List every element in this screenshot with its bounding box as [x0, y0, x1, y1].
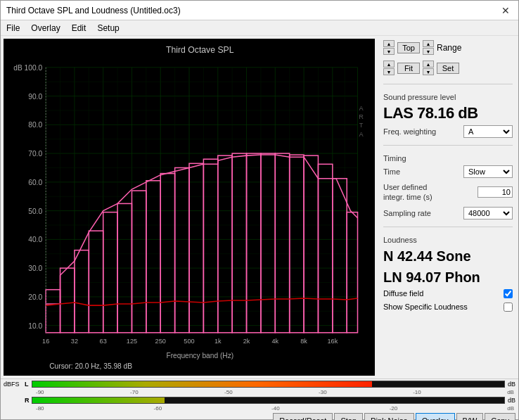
- r-tick-4: dB: [507, 405, 514, 412]
- r-meter-row: R dB: [1, 395, 518, 405]
- close-button[interactable]: ✕: [499, 5, 513, 16]
- freq-weighting-select[interactable]: A B C Z: [463, 125, 513, 138]
- set-down-btn[interactable]: ▼: [423, 68, 434, 75]
- svg-text:30.0: 30.0: [28, 265, 42, 272]
- svg-text:50.0: 50.0: [28, 208, 42, 215]
- bw-button[interactable]: B/W: [456, 413, 484, 420]
- r-meter-fill: [32, 397, 165, 403]
- show-specific-label: Show Specific Loudness: [383, 303, 468, 311]
- set-spinner[interactable]: ▲ ▼: [423, 61, 434, 75]
- freq-weighting-label: Freq. weighting: [383, 127, 436, 136]
- fit-controls: ▲ ▼ Fit ▲ ▼ Set: [383, 61, 513, 75]
- action-buttons-row: Record/Reset Stop Pink Noise Overlay B/W…: [1, 412, 518, 420]
- overlay-button[interactable]: Overlay: [416, 413, 455, 420]
- user-defined-row: User definedintegr. time (s): [383, 182, 513, 203]
- diffuse-field-checkbox[interactable]: [504, 289, 513, 298]
- divider-2: [383, 145, 513, 146]
- pink-noise-button[interactable]: Pink Noise: [364, 413, 414, 420]
- fit-down-btn[interactable]: ▼: [383, 68, 395, 75]
- copy-button[interactable]: Copy: [485, 413, 515, 420]
- svg-text:63: 63: [100, 338, 107, 345]
- top-down-btn[interactable]: ▼: [383, 48, 395, 55]
- menu-bar: File Overlay Edit Setup: [1, 20, 518, 36]
- time-select[interactable]: Slow Fast Impulse: [463, 165, 513, 178]
- l-channel-label: L: [25, 381, 30, 388]
- set-up-btn[interactable]: ▲: [423, 61, 434, 68]
- svg-text:20.0: 20.0: [28, 293, 42, 301]
- top-up-btn[interactable]: ▲: [383, 40, 395, 47]
- r-tick-0: -80: [36, 405, 44, 412]
- spl-section-label: Sound pressure level: [383, 93, 513, 101]
- l-tick-2: -50: [224, 389, 233, 395]
- svg-text:16: 16: [42, 338, 49, 345]
- window-title: Third Octave SPL and Loudness (Untitled.…: [6, 6, 181, 15]
- menu-edit[interactable]: Edit: [69, 23, 89, 34]
- menu-setup[interactable]: Setup: [94, 23, 122, 34]
- freq-weighting-row: Freq. weighting A B C Z: [383, 125, 513, 138]
- r-channel-label: R: [25, 397, 30, 404]
- show-specific-checkbox[interactable]: [504, 303, 513, 312]
- r-tick-1: -60: [154, 405, 162, 412]
- l-meter-track: [32, 381, 505, 388]
- stop-button[interactable]: Stop: [334, 413, 363, 420]
- l-db-label: dB: [508, 381, 515, 388]
- time-label: Time: [383, 167, 400, 176]
- svg-text:T: T: [359, 122, 364, 129]
- record-reset-button[interactable]: Record/Reset: [273, 413, 333, 420]
- svg-text:70.0: 70.0: [28, 150, 42, 158]
- svg-text:dB: dB: [13, 64, 23, 72]
- sampling-rate-select[interactable]: 48000 44100 96000: [463, 207, 513, 219]
- svg-text:125: 125: [127, 338, 137, 345]
- svg-text:A: A: [359, 105, 364, 112]
- menu-overlay[interactable]: Overlay: [28, 23, 63, 34]
- svg-text:90.0: 90.0: [28, 93, 42, 101]
- svg-text:Frequency band (Hz): Frequency band (Hz): [166, 352, 233, 359]
- svg-text:A: A: [359, 131, 364, 138]
- svg-text:4k: 4k: [271, 338, 278, 345]
- timing-label: Timing: [383, 154, 513, 163]
- menu-file[interactable]: File: [4, 23, 23, 34]
- title-bar: Third Octave SPL and Loudness (Untitled.…: [1, 1, 518, 20]
- l-channel: L: [25, 381, 505, 388]
- top-button[interactable]: Top: [397, 42, 420, 53]
- svg-text:Third Octave SPL: Third Octave SPL: [166, 45, 234, 55]
- svg-text:10.0: 10.0: [28, 322, 42, 330]
- divider-3: [383, 227, 513, 227]
- fit-up-btn[interactable]: ▲: [383, 61, 395, 68]
- diffuse-field-row: Diffuse field: [383, 289, 513, 298]
- r-meter-track: [32, 397, 505, 404]
- svg-text:500: 500: [184, 338, 194, 345]
- l-tick-row: -90 -70 -50 -30 -10 dB: [34, 389, 515, 395]
- svg-text:1k: 1k: [214, 338, 222, 345]
- main-content: 100.0 90.0 80.0 70.0 60.0 50.0 40.0 30.0…: [1, 36, 518, 378]
- fit-spinner[interactable]: ▲ ▼: [383, 61, 395, 75]
- l-tick-5: dB: [507, 389, 514, 395]
- set-button[interactable]: Set: [437, 63, 459, 74]
- dbfs-label: dBFS: [4, 381, 23, 388]
- svg-text:2k: 2k: [243, 338, 250, 345]
- range-spinner[interactable]: ▲ ▼: [423, 40, 434, 55]
- chart-svg: 100.0 90.0 80.0 70.0 60.0 50.0 40.0 30.0…: [4, 39, 375, 376]
- svg-text:8k: 8k: [300, 338, 307, 345]
- svg-text:100.0: 100.0: [25, 64, 43, 72]
- svg-text:40.0: 40.0: [28, 236, 42, 243]
- user-defined-input[interactable]: [478, 186, 513, 198]
- l-tick-3: -30: [319, 389, 327, 395]
- r-tick-row: -80 -60 -40 -20 dB: [34, 405, 515, 412]
- top-controls: ▲ ▼ Top ▲ ▼ Range: [383, 40, 513, 55]
- r-tick-3: -20: [390, 405, 398, 412]
- main-window: Third Octave SPL and Loudness (Untitled.…: [0, 0, 519, 420]
- loudness-n: N 42.44 Sone: [383, 247, 513, 265]
- fit-button[interactable]: Fit: [397, 63, 420, 74]
- top-spinner[interactable]: ▲ ▼: [383, 40, 395, 55]
- range-down-btn[interactable]: ▼: [423, 48, 434, 55]
- show-specific-row: Show Specific Loudness: [383, 303, 513, 312]
- divider-1: [383, 84, 513, 84]
- l-meter-fill: [32, 381, 372, 387]
- loudness-section-label: Loudness: [383, 236, 513, 244]
- sampling-rate-label: Sampling rate: [383, 209, 431, 217]
- range-up-btn[interactable]: ▲: [423, 40, 434, 47]
- l-meter-row: dBFS L dB: [1, 379, 518, 389]
- bottom-bar: dBFS L dB -90 -70 -50 -30 -10 dB: [1, 378, 518, 419]
- svg-text:Cursor:  20.0 Hz, 35.98 dB: Cursor: 20.0 Hz, 35.98 dB: [49, 362, 132, 370]
